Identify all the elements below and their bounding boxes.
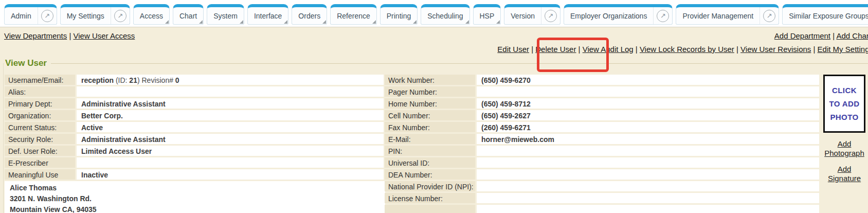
tab-printing[interactable]: Printing [380, 4, 418, 25]
action-link-edit-user[interactable]: Edit User [497, 45, 529, 54]
field-value-part: reception [81, 76, 114, 84]
action-link-delete-user[interactable]: Delete User [535, 45, 576, 54]
user-fields-left-column: Username/Email:reception (ID: 21) Revisi… [5, 75, 385, 213]
field-row-cell-number: Cell Number:(650) 459-2627 [385, 110, 821, 120]
field-value-part: 0 [175, 76, 179, 84]
field-row-def-user-role: Def. User Role:Limited Access User [5, 146, 385, 156]
external-link-icon[interactable]: ↗ [760, 7, 779, 24]
tab-label: Interface [248, 7, 288, 24]
link-add-department[interactable]: Add Department [774, 31, 830, 40]
tab-label: Admin [5, 7, 38, 24]
field-label: National Provider ID (NPI): [385, 181, 475, 191]
tab-scheduling[interactable]: Scheduling [421, 4, 469, 25]
field-label: E-Mail: [385, 134, 475, 144]
field-row-pin: PIN: [385, 146, 821, 156]
tab-version[interactable]: Version↗ [504, 4, 560, 25]
add-photo-placeholder[interactable]: CLICK TO ADD PHOTO [823, 75, 865, 133]
field-label: Meaningful Use [5, 169, 75, 180]
user-fields-right-column: Work Number:(650) 459-6270Pager Number:H… [385, 75, 821, 213]
user-action-links: Edit User | Delete User | View Audit Log… [0, 43, 868, 56]
link-view-user-access[interactable]: View User Access [74, 31, 135, 40]
field-value-part: (ID: [114, 76, 129, 84]
field-row-fax-number: Fax Number:(260) 459-6271 [385, 122, 821, 132]
tab-reference[interactable]: Reference [330, 4, 377, 25]
field-label: Universal ID: [385, 157, 475, 168]
link-view-departments[interactable]: View Departments [4, 31, 67, 40]
action-link-view-lock-records-by-user[interactable]: View Lock Records by User [640, 45, 734, 54]
action-link-view-audit-log[interactable]: View Audit Log [583, 45, 634, 54]
tab-chart[interactable]: Chart [173, 4, 204, 25]
view-links-group: View Departments | View User Access [4, 31, 135, 43]
field-value: Better Corp. [77, 110, 384, 120]
field-label: Primary Dept: [5, 98, 75, 109]
add-signature-link[interactable]: Add Signature [821, 165, 868, 183]
user-fields-grid: Username/Email:reception (ID: 21) Revisi… [4, 75, 868, 213]
address-line: Alice Thomas [10, 183, 385, 193]
external-link-icon[interactable]: ↗ [111, 7, 130, 24]
tab-label: Provider Management [676, 7, 760, 24]
action-link-view-user-revisions[interactable]: View User Revisions [740, 45, 811, 54]
field-label: License Number: [385, 193, 475, 203]
tab-label: Printing [381, 7, 417, 24]
tab-similar-exposure-groups-segs[interactable]: Similar Exposure Groups (SEGs)↗ [782, 4, 868, 25]
external-arrow-glyph: ↗ [545, 10, 557, 22]
action-link-edit-my-settings[interactable]: Edit My Settings [818, 45, 868, 54]
tab-employer-organizations[interactable]: Employer Organizations↗ [564, 4, 673, 25]
field-row-alias: Alias: [5, 86, 385, 97]
main-tab-bar: Admin↗My Settings↗AccessChartSystemInter… [0, 0, 868, 27]
field-value: (650) 459-2627 [477, 110, 819, 120]
tab-orders[interactable]: Orders [292, 4, 327, 25]
tab-access[interactable]: Access [133, 4, 170, 25]
field-label: Alias: [5, 86, 75, 97]
add-photograph-link[interactable]: Add Photograph [821, 139, 868, 158]
field-row-work-number: Work Number:(650) 459-6270 [385, 75, 821, 85]
field-value [77, 157, 384, 168]
tab-provider-management[interactable]: Provider Management↗ [676, 4, 779, 25]
field-label: Work Number: [385, 75, 475, 85]
field-value: (650) 459-6270 [477, 75, 819, 85]
field-label: Def. User Role: [5, 146, 75, 156]
field-row-username-email: Username/Email:reception (ID: 21) Revisi… [5, 75, 385, 85]
external-arrow-glyph: ↗ [114, 10, 126, 22]
field-label [385, 205, 475, 213]
field-value-part: ) Revision# [137, 76, 175, 84]
page-content: View Departments | View User Access Add … [0, 27, 868, 213]
tab-interface[interactable]: Interface [247, 4, 288, 25]
link-add-chart[interactable]: Add Chart [836, 31, 868, 40]
field-row-home-number: Home Number:(650) 459-8712 [385, 98, 821, 109]
user-address-block: Alice Thomas3201 N. Washington Rd.Mounta… [5, 181, 385, 213]
tab-admin[interactable]: Admin↗ [4, 4, 57, 25]
field-row-x [385, 205, 821, 213]
external-link-icon[interactable]: ↗ [38, 7, 57, 24]
field-row-primary-dept: Primary Dept:Administrative Assistant [5, 98, 385, 109]
tab-label: HSP [474, 7, 501, 24]
view-user-section: View User Username/Email:reception (ID: … [3, 58, 868, 213]
field-value [477, 86, 819, 97]
address-line: 3201 N. Washington Rd. [10, 193, 385, 204]
field-value: Inactive [77, 169, 384, 180]
tab-label: Similar Exposure Groups (SEGs) [783, 7, 868, 24]
field-label: Current Status: [5, 122, 75, 132]
field-value: (260) 459-6271 [477, 122, 819, 132]
field-label: Home Number: [385, 98, 475, 109]
photo-placeholder-line: CLICK [832, 86, 857, 95]
tab-label: Access [134, 7, 169, 24]
field-row-security-role: Security Role:Administrative Assistant [5, 134, 385, 144]
add-links-group: Add Department | Add Chart [774, 31, 868, 43]
field-value: Active [77, 122, 384, 132]
external-link-icon[interactable]: ↗ [653, 7, 672, 24]
field-value [477, 157, 819, 168]
field-row-license-number: License Number: [385, 193, 821, 203]
field-row-current-status: Current Status:Active [5, 122, 385, 132]
field-value: (650) 459-8712 [477, 98, 819, 109]
tab-hsp[interactable]: HSP [473, 4, 501, 25]
tab-my-settings[interactable]: My Settings↗ [60, 4, 130, 25]
field-label: Username/Email: [5, 75, 75, 85]
field-row-meaningful-use: Meaningful UseInactive [5, 169, 385, 180]
tab-label: Version [504, 7, 541, 24]
field-row-pager-number: Pager Number: [385, 86, 821, 97]
field-label: E-Prescriber [5, 157, 75, 168]
external-link-icon[interactable]: ↗ [541, 7, 560, 24]
tab-system[interactable]: System [207, 4, 244, 25]
field-value [477, 146, 819, 156]
